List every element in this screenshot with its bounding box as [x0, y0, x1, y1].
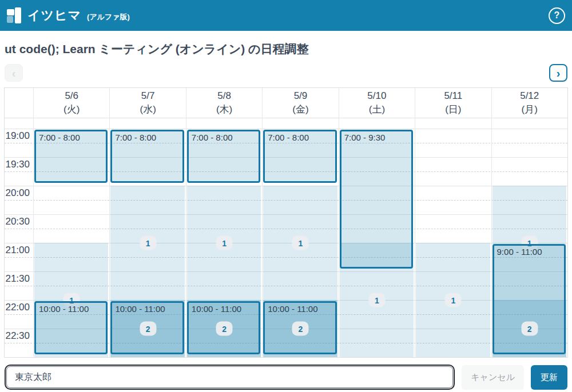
availability-count-badge: 1	[216, 236, 233, 250]
availability-count-badge: 1	[140, 236, 156, 250]
slot-time-label: 7:00 - 8:00	[36, 131, 106, 143]
day-column[interactable]: 129:00 - 11:00	[491, 118, 567, 357]
slot-time-label: 10:00 - 11:00	[36, 303, 106, 315]
selected-slot-block[interactable]: 7:00 - 8:00	[187, 130, 260, 183]
name-input-wrap	[5, 365, 455, 390]
name-input[interactable]	[6, 366, 453, 388]
time-gutter: 19:0019:3020:0020:3021:0021:3022:0022:30	[5, 118, 33, 357]
selected-slot-block[interactable]: 7:00 - 9:30	[340, 130, 413, 269]
day-date: 5/8	[217, 89, 231, 103]
selected-slot-block[interactable]: 10:00 - 11:00	[34, 301, 108, 354]
time-label: 21:00	[5, 245, 30, 256]
day-date: 5/9	[294, 89, 308, 103]
grid-body: 19:0019:3020:0020:3021:0021:3022:0022:30…	[5, 118, 567, 357]
day-date: 5/10	[367, 89, 386, 103]
grid-header-row: 5/6(火)5/7(水)5/8(木)5/9(金)5/10(土)5/11(日)5/…	[5, 88, 567, 118]
app-header: イツヒマ (アルファ版) ?	[0, 0, 572, 31]
availability-count-badge: 1	[445, 293, 462, 307]
availability-count-badge: 2	[216, 322, 233, 336]
time-label: 22:30	[5, 330, 30, 342]
day-column[interactable]: 17:00 - 8:0010:00 - 11:00	[33, 118, 109, 357]
day-header-cell: 5/12(月)	[491, 88, 567, 118]
day-header-cell: 5/9(金)	[262, 88, 338, 118]
day-header-cell: 5/10(土)	[339, 88, 415, 118]
day-date: 5/6	[65, 89, 78, 103]
time-label: 20:00	[5, 187, 30, 199]
time-label: 21:30	[5, 273, 30, 285]
day-weekday: (木)	[216, 103, 232, 117]
day-column[interactable]: 127:00 - 8:0010:00 - 11:00	[109, 118, 185, 357]
prev-week-button[interactable]: ‹	[5, 64, 23, 82]
help-icon[interactable]: ?	[549, 7, 565, 24]
alpha-version-label: (アルファ版)	[87, 12, 130, 22]
page-title: ut code(); Learn ミーティング (オンライン) の日程調整	[5, 41, 567, 57]
selected-slot-block[interactable]: 7:00 - 8:00	[34, 130, 108, 183]
update-button[interactable]: 更新	[531, 365, 567, 390]
slot-time-label: 7:00 - 8:00	[112, 131, 182, 143]
slot-time-label: 7:00 - 9:30	[341, 131, 411, 143]
day-column[interactable]: 127:00 - 8:0010:00 - 11:00	[186, 118, 262, 357]
slot-time-label: 7:00 - 8:00	[265, 131, 335, 143]
grid-header-gutter	[5, 88, 33, 118]
footer-bar: キャンセル 更新	[5, 365, 567, 390]
day-column[interactable]: 17:00 - 9:30	[339, 118, 415, 357]
week-nav: ‹ ›	[5, 64, 567, 82]
day-date: 5/11	[444, 89, 462, 103]
slot-time-label: 9:00 - 11:00	[494, 246, 564, 258]
selected-slot-block[interactable]: 9:00 - 11:00	[492, 244, 566, 354]
day-date: 5/7	[141, 89, 155, 103]
app-logo-icon	[7, 7, 22, 23]
day-weekday: (月)	[522, 103, 538, 117]
selected-slot-block[interactable]: 7:00 - 8:00	[263, 130, 336, 183]
day-header-cell: 5/6(火)	[33, 88, 109, 118]
day-column[interactable]: 127:00 - 8:0010:00 - 11:00	[262, 118, 338, 357]
time-label: 20:30	[5, 216, 30, 227]
slot-time-label: 10:00 - 11:00	[265, 303, 335, 315]
selected-slot-block[interactable]: 7:00 - 8:00	[110, 130, 184, 183]
slot-time-label: 10:00 - 11:00	[112, 303, 182, 315]
day-weekday: (火)	[63, 103, 80, 117]
availability-count-badge: 2	[140, 322, 156, 336]
availability-count-badge: 2	[521, 322, 538, 336]
day-header-cell: 5/7(水)	[109, 88, 185, 118]
next-week-button[interactable]: ›	[549, 64, 567, 82]
availability-count-badge: 2	[292, 322, 309, 336]
time-label: 19:30	[5, 159, 30, 170]
availability-count-badge: 1	[368, 293, 385, 307]
app-name: イツヒマ	[27, 7, 81, 24]
day-date: 5/12	[520, 89, 539, 103]
day-weekday: (土)	[369, 103, 385, 117]
slot-time-label: 7:00 - 8:00	[189, 131, 259, 143]
day-weekday: (金)	[292, 103, 308, 117]
day-header-cell: 5/8(木)	[186, 88, 262, 118]
day-column[interactable]: 1	[415, 118, 491, 357]
day-header-cell: 5/11(日)	[415, 88, 491, 118]
slot-time-label: 10:00 - 11:00	[189, 303, 259, 315]
cancel-button[interactable]: キャンセル	[462, 365, 524, 390]
day-weekday: (水)	[140, 103, 156, 117]
time-label: 19:00	[5, 130, 30, 142]
time-label: 22:00	[5, 302, 30, 313]
schedule-grid: 5/6(火)5/7(水)5/8(木)5/9(金)5/10(土)5/11(日)5/…	[4, 87, 568, 358]
day-weekday: (日)	[445, 103, 461, 117]
availability-count-badge: 1	[292, 236, 309, 250]
